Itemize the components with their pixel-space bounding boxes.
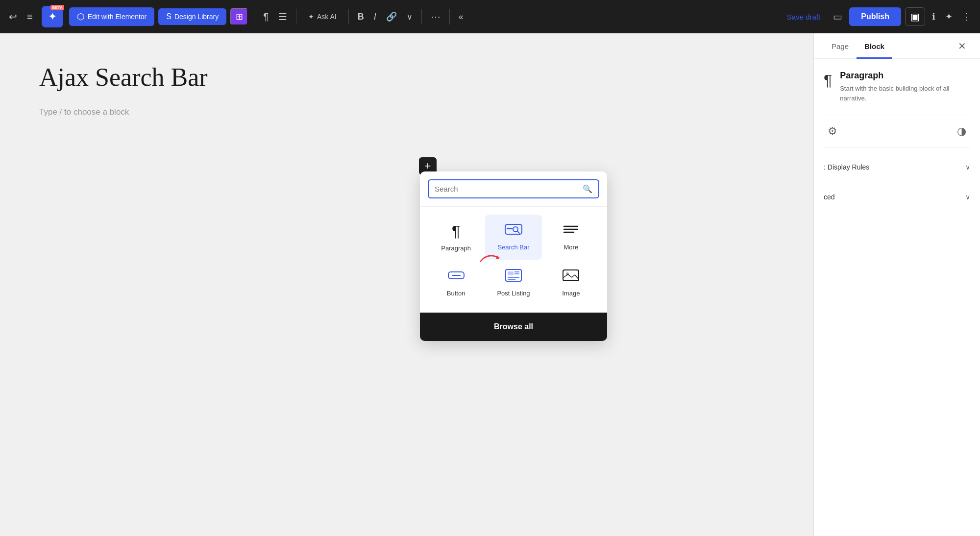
block-type-info: Paragraph Start with the basic building …	[840, 71, 970, 103]
panel-section-display-rules: : Display Rules ∨	[824, 156, 970, 178]
info-button[interactable]: ℹ	[929, 8, 938, 25]
block-placeholder: Type / to choose a block	[39, 107, 774, 117]
more-block-icon	[562, 222, 580, 240]
panel-settings-bar: ⚙ ◑	[824, 115, 970, 148]
ask-ai-button[interactable]: ✦ Ask AI	[302, 10, 343, 24]
advanced-header[interactable]: ced ∨	[824, 186, 970, 208]
design-library-button[interactable]: S Design Library	[158, 8, 226, 25]
beta-logo[interactable]: ✦ BETA	[42, 6, 63, 27]
screen-view-button[interactable]: ▭	[830, 8, 845, 25]
svg-rect-10	[508, 271, 514, 275]
block-search-input[interactable]	[435, 185, 579, 193]
main-layout: Ajax Search Bar Type / to choose a block…	[0, 33, 980, 536]
display-rules-header[interactable]: : Display Rules ∨	[824, 156, 970, 178]
hamburger-button[interactable]: ☰	[275, 8, 290, 25]
canvas: Ajax Search Bar Type / to choose a block…	[0, 33, 813, 536]
settings-gear-button[interactable]: ⚙	[824, 121, 841, 142]
post-listing-block-icon	[505, 268, 522, 286]
block-type-name: Paragraph	[840, 71, 970, 81]
divider-2	[296, 9, 296, 24]
panel-close-button[interactable]: ✕	[954, 33, 970, 58]
display-rules-label: : Display Rules	[824, 163, 869, 171]
block-picker-popup: 🔍 ¶ Paragraph	[420, 171, 607, 341]
advanced-label: ced	[824, 193, 835, 201]
browse-all-button[interactable]: Browse all	[420, 313, 607, 341]
block-item-paragraph[interactable]: ¶ Paragraph	[428, 215, 484, 260]
chevron-down-button[interactable]: ∨	[404, 9, 416, 24]
save-draft-button[interactable]: Save draft	[781, 9, 826, 25]
button-block-icon	[447, 268, 465, 286]
button-block-label: Button	[447, 290, 466, 297]
divider-1	[254, 9, 254, 24]
placeholder-text: Type / to choose a block	[39, 107, 129, 117]
block-grid: ¶ Paragraph Search Bar	[420, 207, 607, 313]
publish-button[interactable]: Publish	[849, 7, 901, 26]
bold-button[interactable]: B	[355, 9, 367, 25]
advanced-arrow: ∨	[965, 193, 970, 201]
overflow-menu-button[interactable]: ⋮	[959, 8, 974, 25]
search-input-wrapper: 🔍	[428, 179, 599, 198]
beta-badge: BETA	[50, 5, 64, 10]
italic-button[interactable]: I	[371, 9, 379, 25]
elementor-icon: ⬡	[77, 11, 85, 22]
ask-ai-label: Ask AI	[317, 13, 337, 21]
design-library-label: Design Library	[174, 13, 219, 21]
ai-sparkle-icon: ✦	[308, 13, 314, 21]
more-options-button[interactable]: ⋯	[428, 8, 443, 25]
divider-4	[421, 9, 422, 24]
panel-content: ¶ Paragraph Start with the basic buildin…	[814, 59, 980, 536]
block-item-post-listing[interactable]: Post Listing	[485, 261, 541, 305]
tab-page[interactable]: Page	[824, 33, 857, 59]
right-panel: Page Block ✕ ¶ Paragraph Start with the …	[813, 33, 980, 536]
panel-tabs: Page Block ✕	[814, 33, 980, 59]
svg-line-2	[517, 231, 519, 233]
image-block-icon	[562, 268, 580, 286]
search-bar-block-label: Search Bar	[497, 244, 529, 251]
block-search-button[interactable]: 🔍	[583, 184, 592, 194]
panel-section-advanced: ced ∨	[824, 186, 970, 208]
svg-rect-15	[563, 270, 579, 281]
block-item-more[interactable]: More	[543, 215, 599, 260]
block-item-search-bar[interactable]: Search Bar	[485, 215, 541, 260]
design-library-icon: S	[166, 12, 172, 21]
block-type-header: ¶ Paragraph Start with the basic buildin…	[824, 71, 970, 103]
tab-block[interactable]: Block	[857, 33, 892, 59]
divider-5	[449, 9, 450, 24]
more-block-label: More	[564, 244, 579, 251]
svg-rect-3	[507, 228, 513, 229]
templates-icon: ⊞	[236, 11, 243, 22]
paragraph-toolbar-button[interactable]: ¶	[260, 8, 271, 25]
image-block-label: Image	[562, 290, 580, 297]
search-icon: 🔍	[583, 185, 592, 193]
search-bar-block-icon	[505, 222, 522, 240]
plus-icon: +	[425, 160, 431, 172]
divider-3	[348, 9, 349, 24]
edit-elementor-button[interactable]: ⬡ Edit with Elementor	[69, 7, 155, 26]
templates-button[interactable]: ⊞	[230, 8, 248, 25]
paragraph-block-icon: ¶	[452, 222, 460, 241]
block-type-description: Start with the basic building block of a…	[840, 84, 970, 103]
block-view-button[interactable]: ▣	[905, 7, 925, 26]
block-picker-search: 🔍	[420, 171, 607, 207]
block-type-icon: ¶	[824, 72, 832, 90]
ai-assist-button[interactable]: ✦	[942, 8, 956, 25]
tools-button[interactable]: ≡	[24, 8, 36, 25]
settings-contrast-button[interactable]: ◑	[953, 121, 970, 142]
edit-elementor-label: Edit with Elementor	[88, 13, 147, 21]
undo-button[interactable]: ↩	[6, 8, 20, 25]
toolbar: ↩ ≡ ✦ BETA ⬡ Edit with Elementor S Desig…	[0, 0, 980, 33]
block-item-button[interactable]: Button	[428, 261, 484, 305]
collapse-button[interactable]: «	[456, 9, 466, 25]
display-rules-arrow: ∨	[965, 163, 970, 171]
block-item-image[interactable]: Image	[543, 261, 599, 305]
paragraph-block-label: Paragraph	[441, 244, 471, 252]
link-button[interactable]: 🔗	[383, 8, 400, 25]
page-title: Ajax Search Bar	[39, 63, 774, 92]
post-listing-block-label: Post Listing	[497, 290, 530, 297]
